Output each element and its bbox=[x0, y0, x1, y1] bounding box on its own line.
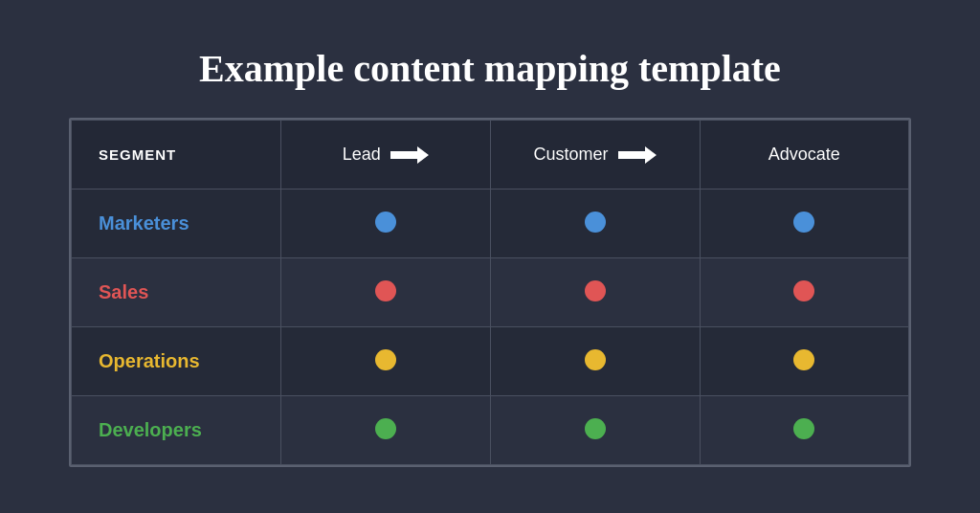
dot-lead-marketers bbox=[281, 190, 491, 258]
segment-label-developers: Developers bbox=[72, 396, 281, 465]
header-segment: SEGMENT bbox=[72, 121, 281, 190]
dot-advocate-operations bbox=[700, 327, 908, 396]
segment-label-marketers: Marketers bbox=[72, 190, 281, 258]
dot-lead-developers bbox=[281, 396, 491, 465]
svg-marker-0 bbox=[390, 146, 429, 164]
dot-advocate-sales bbox=[700, 258, 908, 327]
table-row: Operations bbox=[72, 327, 909, 396]
segment-label-operations: Operations bbox=[72, 327, 281, 396]
page-title: Example content mapping template bbox=[199, 46, 781, 91]
table-header-row: SEGMENT Lead Customer bbox=[72, 121, 909, 190]
arrow-customer-to-advocate bbox=[618, 145, 657, 165]
arrow-lead-to-customer bbox=[390, 145, 429, 165]
header-lead: Lead bbox=[281, 121, 491, 190]
table-row: Developers bbox=[72, 396, 909, 465]
dot-lead-sales bbox=[281, 258, 491, 327]
header-customer: Customer bbox=[490, 121, 700, 190]
table-row: Sales bbox=[72, 258, 909, 327]
dot-advocate-marketers bbox=[700, 190, 908, 258]
dot-customer-sales bbox=[490, 258, 700, 327]
segment-label-sales: Sales bbox=[72, 258, 281, 327]
header-advocate: Advocate bbox=[700, 121, 908, 190]
dot-customer-operations bbox=[490, 327, 700, 396]
svg-marker-1 bbox=[618, 146, 657, 164]
dot-advocate-developers bbox=[700, 396, 908, 465]
content-mapping-table: SEGMENT Lead Customer bbox=[69, 118, 911, 467]
table-row: Marketers bbox=[72, 190, 909, 258]
dot-customer-marketers bbox=[490, 190, 700, 258]
dot-lead-operations bbox=[281, 327, 491, 396]
dot-customer-developers bbox=[490, 396, 700, 465]
